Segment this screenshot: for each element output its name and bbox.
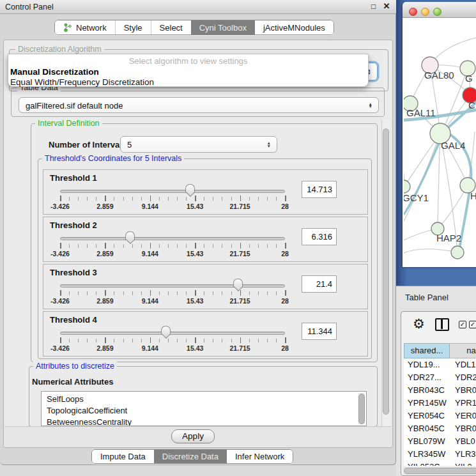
network-graph: GAL80GCGAL11GAL4GCY1HHAP2 [404, 18, 476, 267]
slider-track[interactable] [60, 237, 285, 240]
zoom-traffic-light-icon[interactable] [433, 8, 441, 16]
apply-button[interactable]: Apply [171, 429, 215, 443]
tab-discretize-data[interactable]: Discretize Data [154, 450, 227, 463]
slider-tick-label: -3.426 [50, 203, 70, 210]
network-desktop: GAL80GCGAL11GAL4GCY1HHAP2 [396, 0, 476, 286]
column-header-shared-name[interactable]: shared... [404, 343, 450, 358]
slider-track[interactable] [60, 332, 285, 335]
cell-shared-name[interactable]: YLR345W [404, 448, 450, 461]
threshold-value-field[interactable]: 6.316 [302, 228, 337, 245]
cell-shared-name[interactable]: YPR145W [404, 397, 450, 410]
tab-jactivemnodules[interactable]: jActiveMNodules [255, 20, 334, 35]
network-view-window[interactable]: GAL80GCGAL11GAL4GCY1HHAP2 [403, 2, 476, 267]
cell-shared-name[interactable]: YBR045C [404, 422, 450, 435]
threshold-label: Threshold 3 [50, 268, 97, 277]
cell-name[interactable]: YBR0 [450, 384, 476, 397]
slider-track[interactable] [60, 284, 285, 288]
table-row[interactable]: YDL19...YDL1 [404, 358, 476, 371]
slider-track[interactable] [60, 190, 285, 193]
settings-scrollbar[interactable] [381, 119, 390, 427]
close-traffic-light-icon[interactable] [409, 8, 417, 16]
cell-shared-name[interactable]: YDL19... [404, 358, 450, 371]
cell-shared-name[interactable]: YBR043C [404, 384, 450, 397]
table-row[interactable]: YIL052CYIL0 [404, 461, 476, 466]
cell-shared-name[interactable]: YIL052C [404, 461, 450, 466]
slider-tick-label: 15.43 [187, 203, 203, 210]
thresholds-group: Threshold's Coordinates for 5 Intervals … [38, 158, 372, 359]
tab-style[interactable]: Style [115, 20, 151, 35]
attribute-list-item[interactable]: TopologicalCoefficient [42, 405, 366, 417]
table-data-combo[interactable]: galFiltered.sif default node ▲▼ [19, 97, 379, 113]
cell-shared-name[interactable]: YER054C [404, 410, 450, 422]
table-row[interactable]: YLR345WYLR3 [404, 448, 476, 461]
slider-thumb[interactable] [125, 231, 135, 240]
slider-tick-label: 2.859 [96, 297, 113, 305]
float-window-icon[interactable]: □ [369, 3, 378, 11]
slider-major-tick [150, 196, 151, 201]
slider-major-tick [285, 337, 286, 343]
table-hscrollbar[interactable] [403, 467, 476, 475]
cell-shared-name[interactable]: YDR27... [404, 371, 450, 384]
tab-network[interactable]: Network [55, 20, 115, 35]
cell-name[interactable]: YDL1 [450, 358, 476, 371]
tab-select[interactable]: Select [151, 20, 191, 35]
slider-tick-label: 9.144 [142, 203, 158, 210]
combo-arrows-icon: ▲▼ [369, 102, 372, 108]
cell-name[interactable]: YLR3 [450, 448, 476, 461]
tab-infer-network[interactable]: Infer Network [227, 450, 293, 463]
minimize-traffic-light-icon[interactable] [421, 8, 429, 16]
tab-impute-data[interactable]: Impute Data [92, 450, 154, 463]
gear-icon[interactable]: ⚙ [413, 316, 425, 332]
cell-shared-name[interactable]: YBL079W [404, 435, 450, 448]
attribute-list-item[interactable]: BetweennessCentrality [42, 417, 366, 426]
cell-name[interactable]: YBL0 [450, 435, 476, 448]
cell-name[interactable]: YER0 [450, 410, 476, 422]
network-node-label: GAL80 [424, 70, 454, 81]
dropdown-prompt: Select algorithm to view settings [8, 56, 368, 66]
network-node-gcy1[interactable] [404, 180, 410, 193]
dropdown-option-manual-discretization[interactable]: Manual Discretization [10, 67, 99, 77]
cell-name[interactable]: YBR0 [450, 422, 476, 435]
network-canvas[interactable]: GAL80GCGAL11GAL4GCY1HHAP2 [404, 18, 476, 267]
list-scrollbar-thumb[interactable] [358, 394, 365, 424]
threshold-label: Threshold 1 [50, 173, 97, 183]
cell-name[interactable]: YDR2 [450, 371, 476, 384]
table-hscrollbar-thumb[interactable] [404, 468, 476, 474]
table-row[interactable]: YER054CYER0 [404, 410, 476, 422]
table-row[interactable]: YDR27...YDR2 [404, 371, 476, 384]
network-node-label: GCY1 [404, 192, 429, 203]
apply-row: Apply [4, 426, 392, 447]
network-node[interactable] [451, 246, 464, 259]
tab-cyni-toolbox[interactable]: Cyni Toolbox [191, 20, 255, 35]
table-row[interactable]: YPR145WYPR1 [404, 397, 476, 410]
slider-tick-label: 15.43 [187, 250, 203, 257]
slider-thumb[interactable] [233, 279, 243, 287]
table-rows[interactable]: YDL19...YDL1YDR27...YDR2YBR043CYBR0YPR14… [404, 358, 476, 466]
dropdown-option-equal-width[interactable]: Equal Width/Frequency Discretization [10, 77, 154, 87]
control-panel-titlebar[interactable]: Control Panel □ ✕ [0, 0, 396, 14]
number-of-intervals-label: Number of Intervals [49, 140, 127, 150]
checkbox-icon[interactable]: ✓ [459, 321, 466, 328]
checkbox-icon[interactable]: ✓ [469, 321, 476, 328]
threshold-value-field[interactable]: 21.4 [302, 275, 337, 293]
network-window-titlebar[interactable] [403, 2, 476, 18]
column-layout-icon[interactable] [435, 318, 449, 331]
table-row[interactable]: YBL079WYBL0 [404, 435, 476, 448]
numerical-attributes-list[interactable]: SelfLoopsTopologicalCoefficientBetweenne… [41, 391, 367, 426]
table-row[interactable]: YBR043CYBR0 [404, 384, 476, 397]
table-row[interactable]: YBR045CYBR0 [404, 422, 476, 435]
slider-thumb[interactable] [185, 184, 195, 192]
attribute-list-item[interactable]: SelfLoops [42, 394, 366, 405]
slider-thumb[interactable] [161, 326, 171, 334]
close-icon[interactable]: ✕ [382, 2, 391, 11]
cell-name[interactable]: YIL0 [450, 461, 476, 466]
number-of-intervals-combo[interactable]: 5 ▲▼ [120, 136, 277, 153]
threshold-value-field[interactable]: 14.713 [302, 181, 337, 198]
settings-scrollbar-thumb[interactable] [383, 128, 389, 415]
slider-minor-ticks [60, 339, 286, 342]
cell-name[interactable]: YPR1 [450, 397, 476, 410]
threshold-value-field[interactable]: 11.344 [302, 323, 337, 340]
column-header-name[interactable]: na [450, 343, 476, 358]
slider-major-tick [105, 290, 106, 296]
list-scrollbar[interactable] [358, 393, 365, 424]
